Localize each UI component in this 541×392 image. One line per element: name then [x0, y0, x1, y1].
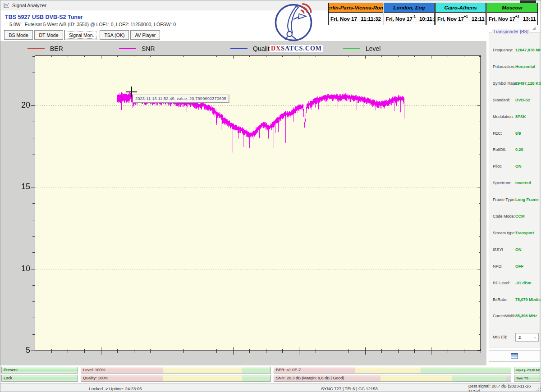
y-axis-tick-label: 10 — [10, 264, 30, 273]
transponder-value: Horizontal — [515, 64, 535, 69]
mis-dropdown[interactable]: 2 ⌄ — [515, 333, 539, 342]
transponder-label: NPD: — [493, 264, 503, 269]
transponder-label: BitRate: — [493, 297, 507, 302]
tuner-subtitle: 5.0W - Eutelsat 5 West A/B (ID: 3550) @ … — [9, 22, 176, 27]
transponder-label: Modulation: — [493, 114, 514, 119]
tab-dt-mode[interactable]: DT Mode — [34, 30, 63, 40]
clock-time: Fri, Nov 1711:11:32 — [329, 13, 383, 25]
legend-item-snr: SNR — [119, 45, 155, 53]
clock-resize-grip: ◢ — [532, 26, 536, 30]
statusbar-lock-uptime: Locked -> Uptime: 24:23:06 — [0, 384, 230, 392]
y-axis-tick-label: 15 — [10, 182, 30, 191]
transponder-row-standard-: Standard:DVB-S2 — [489, 98, 541, 104]
ts-record-button[interactable] — [489, 350, 540, 362]
legend-item-level: Level — [343, 45, 381, 53]
legend-label: BER — [50, 45, 63, 52]
indicator-bar-snr: SNR: 20,3 dB (Margin: 9,6 dB | Good) — [274, 375, 511, 382]
clock-date: Fri, Nov 17 — [386, 16, 413, 22]
transponder-value: Transport — [515, 231, 534, 235]
transponder-label: Pilot: — [493, 164, 502, 169]
transponder-label: Frequency: — [493, 48, 513, 52]
transponder-title: Transponder [BS] — [492, 29, 530, 34]
clock-time: Fri, Nov 17+213:11 — [487, 13, 537, 25]
dxsatcs-logo: DXSATCS.COM — [270, 3, 317, 52]
clock-hhmm: 12:11 — [472, 16, 485, 22]
transponder-row-fec-: FEC:8/9 — [489, 131, 541, 137]
transponder-value: OFF — [515, 264, 523, 269]
transponder-value: CCM — [515, 214, 525, 219]
indicator-input-mbps-: Input (~23,78 Mbps) — [514, 367, 540, 374]
disk-icon — [511, 353, 518, 359]
clock-utc-offset: +2 — [515, 14, 519, 18]
transponder-row-symbol-rate-: Symbol Rate:29497,128 KS/s — [489, 81, 541, 87]
clock-date: Fri, Nov 17 — [330, 16, 357, 22]
transponder-value: 12647,878 MHz — [515, 48, 541, 52]
chevron-down-icon: ⌄ — [533, 335, 536, 339]
transponder-row-frequency-: Frequency:12647,878 MHz — [489, 48, 541, 54]
satellite-dish-icon — [274, 3, 313, 42]
clock-london-eng: London, EngFri, Nov 17-110:11:32 — [384, 3, 435, 25]
transponder-value: ON — [515, 164, 522, 169]
indicator-present: Present — [1, 367, 78, 374]
clock-city-label: London, Eng — [384, 3, 434, 13]
statusbar-best-signal: Best signal: 20,7 dB (2023-11-16 11:52) — [468, 384, 541, 392]
transponder-groupbox: Transponder [BS] Frequency:12647,878 MHz… — [489, 32, 540, 347]
tab-tsa-ok-[interactable]: TSA (OK) — [100, 30, 129, 40]
clock-utc-offset: +1 — [464, 14, 468, 18]
transponder-label: ISSYI — [493, 247, 503, 252]
legend-label: Level — [366, 45, 381, 52]
legend-label: SNR — [142, 45, 155, 52]
transponder-value: 78,079 Mbit/s — [515, 297, 541, 302]
max-value-tooltip: 2023-11-16 11.52.49, value: 20,799999237… — [133, 95, 229, 103]
transponder-panel: Transponder [BS] Frequency:12647,878 MHz… — [487, 28, 541, 365]
clock-date: Fri, Nov 17 — [489, 16, 515, 22]
legend-line-swatch — [119, 48, 136, 49]
transponder-row-polarization-: Polarization:Horizontal — [489, 64, 541, 71]
dxsatcs-wordmark: DXSATCS.COM — [270, 45, 323, 52]
transponder-value: Inverted — [515, 181, 531, 185]
indicator-bar-level: Level: 100% — [81, 367, 271, 374]
clock-city-label: Moscow — [487, 3, 537, 13]
transponder-label: FEC: — [493, 131, 502, 136]
transponder-row-carrierwidth-: CarrierWidth:35,396 MHz — [489, 314, 541, 320]
transponder-label: CarrierWidth: — [493, 314, 517, 318]
crosshair-cursor — [131, 87, 132, 97]
transponder-row-stream-type-: Stream type:Transport — [489, 231, 541, 237]
transponder-label: Symbol Rate: — [493, 81, 517, 86]
transponder-row-code-mode-: Code Mode:CCM — [489, 214, 541, 220]
clock-berlin-paris-vienna-roma: Berlin-Paris-Vienna-RomaFri, Nov 1711:11… — [328, 3, 383, 25]
transponder-label: Stream type: — [493, 231, 516, 235]
clock-date: Fri, Nov 17 — [437, 16, 464, 22]
tab-signal-mon-[interactable]: Signal Mon. — [64, 30, 98, 40]
transponder-row-modulation-: Modulation:8PSK — [489, 114, 541, 121]
transponder-row-pilot-: Pilot:ON — [489, 164, 541, 170]
transponder-value: 0.20 — [515, 147, 523, 152]
transponder-label: RollOff: — [493, 147, 506, 152]
clock-moscow: MoscowFri, Nov 17+213:11 — [486, 3, 538, 25]
indicator-bar-ber: BER: <1.0E-7 — [274, 367, 511, 374]
clock-cairo-athens: Cairo-AthensFri, Nov 17+112:11 — [435, 3, 486, 25]
transponder-label: Spectrum: — [493, 181, 511, 185]
transponder-value: Long Frame — [515, 197, 539, 202]
tab-av-player[interactable]: AV Player — [130, 30, 160, 40]
indicator-bar-quality: Quality: 100% — [81, 375, 271, 382]
transponder-row-npd-: NPD:OFF — [489, 264, 541, 270]
y-axis-tick-label: 5 — [10, 346, 30, 355]
statusbar-sync-counters: SYNC 727 | TEI 6 | CC 12153 — [231, 384, 468, 392]
y-axis-tick-label: 20 — [10, 100, 30, 110]
transponder-value: -31 dBm — [515, 281, 532, 285]
world-clocks: Berlin-Paris-Vienna-RomaFri, Nov 1711:11… — [328, 3, 540, 25]
mode-tabs: BS ModeDT ModeSignal Mon.TSA (OK)AV Play… — [4, 30, 160, 40]
mis-label: MIS (3): — [493, 335, 507, 339]
app-icon — [3, 2, 9, 9]
legend-line-swatch — [343, 48, 360, 49]
logo-rest: SATCS.COM — [281, 45, 322, 52]
snr-chart-plot[interactable] — [0, 41, 486, 365]
legend-line-swatch — [28, 48, 45, 49]
indicator-sync-ts: Sync TS — [514, 375, 540, 382]
transponder-row-rf-level-: RF Level:-31 dBm — [489, 281, 541, 287]
clock-time: Fri, Nov 17-110:11:32 — [384, 13, 434, 25]
legend-item-quality: Quality — [230, 45, 273, 53]
transponder-value: 35,396 MHz — [515, 314, 537, 318]
tab-bs-mode[interactable]: BS Mode — [4, 30, 33, 40]
